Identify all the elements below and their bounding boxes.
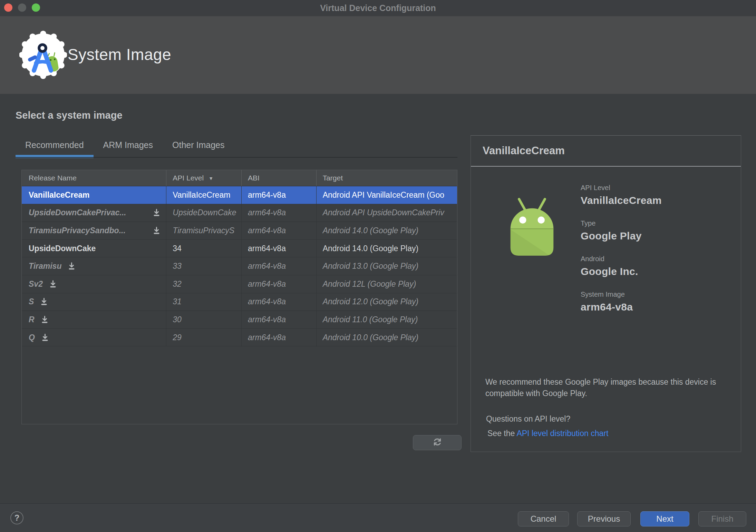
target-cell: Android 11.0 (Google Play) [317, 311, 457, 328]
column-header-release-name[interactable]: Release Name [22, 170, 166, 186]
system-image-label: System Image [581, 290, 662, 298]
target-cell: Android 12.0 (Google Play) [317, 293, 457, 311]
previous-button[interactable]: Previous [577, 511, 631, 526]
release-name-cell: UpsideDownCakePrivac... [22, 204, 166, 222]
api-level-cell: 33 [166, 257, 242, 275]
column-header-target[interactable]: Target [317, 170, 457, 186]
section-heading: Select a system image [16, 110, 123, 121]
recommendation-text: We recommend these Google Play images be… [485, 376, 727, 399]
release-name: R [29, 315, 35, 324]
release-name-cell: UpsideDownCake [22, 240, 166, 257]
table-row[interactable]: S31arm64-v8aAndroid 12.0 (Google Play) [22, 293, 457, 311]
release-name: Q [29, 333, 35, 342]
column-header-abi[interactable]: ABI [242, 170, 317, 186]
target-cell: Android API UpsideDownCakePriv [317, 204, 457, 222]
sort-descending-icon: ▼ [209, 171, 213, 186]
column-header-api-level[interactable]: API Level▼ [166, 170, 242, 186]
release-name: Sv2 [29, 279, 43, 289]
table-row[interactable]: TiramisuPrivacySandbo...TiramisuPrivacyS… [22, 222, 457, 240]
target-cell: Android 10.0 (Google Play) [317, 329, 457, 346]
question-mark-icon: ? [14, 513, 20, 523]
api-level-value: VanillaIceCream [581, 195, 662, 206]
table-row[interactable]: VanillaIceCreamVanillaIceCreamarm64-v8aA… [22, 186, 457, 204]
api-level-cell: VanillaIceCream [166, 186, 242, 204]
download-icon[interactable] [152, 208, 161, 217]
api-level-cell: 31 [166, 293, 242, 311]
system-image-value: arm64-v8a [581, 301, 662, 313]
refresh-button[interactable] [413, 435, 462, 450]
details-title: VanillaIceCream [483, 145, 565, 157]
abi-cell: arm64-v8a [242, 257, 317, 275]
release-name: Tiramisu [29, 262, 61, 271]
release-name: UpsideDownCakePrivac... [29, 208, 126, 217]
android-robot-icon [501, 194, 563, 261]
type-value: Google Play [581, 230, 662, 242]
abi-cell: arm64-v8a [242, 329, 317, 346]
finish-button[interactable]: Finish [698, 511, 746, 526]
api-question-text: Questions on API level? [486, 414, 570, 424]
release-name: TiramisuPrivacySandbo... [29, 226, 126, 235]
api-level-cell: UpsideDownCake [166, 204, 242, 222]
release-name-cell: S [22, 293, 166, 311]
api-distribution-chart-link[interactable]: API level distribution chart [516, 429, 608, 438]
download-icon[interactable] [48, 279, 58, 289]
release-name: VanillaIceCream [29, 190, 89, 200]
api-level-cell: 34 [166, 240, 242, 257]
download-icon[interactable] [39, 297, 49, 306]
table-row[interactable]: UpsideDownCakePrivac...UpsideDownCakearm… [22, 204, 457, 222]
release-name-cell: TiramisuPrivacySandbo... [22, 222, 166, 239]
dialog-footer: ? Cancel Previous Next Finish [0, 503, 756, 532]
refresh-icon [432, 437, 443, 449]
target-cell: Android 13.0 (Google Play) [317, 257, 457, 275]
table-row[interactable]: R30arm64-v8aAndroid 11.0 (Google Play) [22, 311, 457, 329]
download-icon[interactable] [152, 226, 161, 235]
target-cell: Android 14.0 (Google Play) [317, 240, 457, 257]
table-header-row: Release Name API Level▼ ABI Target [22, 170, 457, 186]
target-cell: Android 14.0 (Google Play) [317, 222, 457, 239]
api-level-cell: TiramisuPrivacyS [166, 222, 242, 239]
table-row[interactable]: Q29arm64-v8aAndroid 10.0 (Google Play) [22, 329, 457, 347]
tab-recommended[interactable]: Recommended [16, 137, 94, 158]
system-image-table: Release Name API Level▼ ABI Target Vanil… [21, 170, 457, 424]
tab-arm-images[interactable]: ARM Images [94, 137, 163, 158]
abi-cell: arm64-v8a [242, 311, 317, 328]
details-fields: API Level VanillaIceCream Type Google Pl… [581, 184, 662, 326]
download-icon[interactable] [40, 333, 50, 342]
tab-other-images[interactable]: Other Images [163, 137, 234, 158]
next-button[interactable]: Next [640, 511, 689, 526]
abi-cell: arm64-v8a [242, 293, 317, 311]
release-name-cell: R [22, 311, 166, 328]
android-label: Android [581, 255, 662, 263]
image-tabs: Recommended ARM Images Other Images [16, 137, 234, 158]
abi-cell: arm64-v8a [242, 186, 317, 204]
api-level-cell: 32 [166, 275, 242, 293]
api-level-cell: 29 [166, 329, 242, 346]
release-name: S [29, 297, 34, 306]
table-row[interactable]: Sv232arm64-v8aAndroid 12L (Google Play) [22, 275, 457, 293]
api-level-cell: 30 [166, 311, 242, 328]
tab-divider [16, 157, 457, 158]
details-divider [471, 166, 741, 167]
release-name: UpsideDownCake [29, 244, 96, 253]
release-name-cell: Q [22, 329, 166, 346]
release-name-cell: Sv2 [22, 275, 166, 293]
page-title: System Image [68, 45, 171, 64]
api-level-label: API Level [581, 184, 662, 192]
release-name-cell: Tiramisu [22, 257, 166, 275]
table-row[interactable]: UpsideDownCake34arm64-v8aAndroid 14.0 (G… [22, 240, 457, 258]
target-cell: Android 12L (Google Play) [317, 275, 457, 293]
abi-cell: arm64-v8a [242, 222, 317, 239]
help-button[interactable]: ? [10, 511, 23, 524]
table-row[interactable]: Tiramisu33arm64-v8aAndroid 13.0 (Google … [22, 257, 457, 275]
abi-cell: arm64-v8a [242, 275, 317, 293]
download-icon[interactable] [67, 262, 76, 271]
table-body: VanillaIceCreamVanillaIceCreamarm64-v8aA… [22, 186, 457, 346]
cancel-button[interactable]: Cancel [518, 511, 569, 526]
target-cell: Android API VanillaIceCream (Goo [317, 186, 457, 204]
android-studio-logo-icon [19, 31, 67, 79]
see-the-text: See the API level distribution chart [487, 429, 608, 438]
download-icon[interactable] [40, 315, 49, 324]
abi-cell: arm64-v8a [242, 240, 317, 257]
virtual-device-configuration-dialog: Virtual Device Configuration [0, 0, 756, 532]
android-value: Google Inc. [581, 266, 662, 277]
